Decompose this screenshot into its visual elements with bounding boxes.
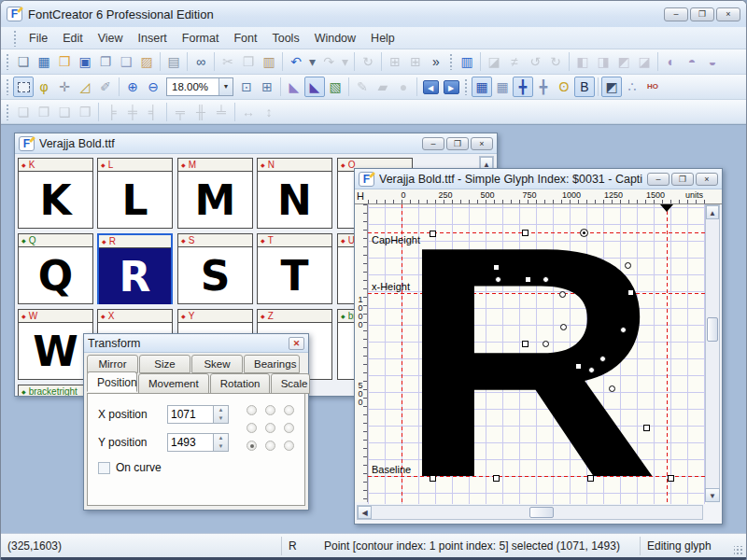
split-contour-button[interactable]: ≠ <box>504 51 525 72</box>
off-curve-point[interactable] <box>625 262 631 269</box>
background-image-button[interactable]: ▧ <box>325 77 345 97</box>
off-curve-point[interactable] <box>588 367 595 373</box>
flip-horizontal-button[interactable]: ◧ <box>572 51 593 72</box>
zoom-level-combo[interactable]: 18.00%▼ <box>166 77 233 96</box>
zoom-fit-button[interactable]: ⊞ <box>257 77 277 97</box>
toolbar-grip[interactable] <box>464 78 469 95</box>
off-curve-point[interactable] <box>609 385 615 392</box>
toolbar-overflow-button[interactable]: » <box>426 51 446 72</box>
off-curve-point[interactable] <box>599 356 606 362</box>
exclude-contours-button[interactable]: ◒ <box>702 51 723 72</box>
glyph-cell-body[interactable]: R <box>99 248 171 304</box>
menu-view[interactable]: View <box>91 29 131 48</box>
rotate-cw-button[interactable]: ↻ <box>545 51 566 72</box>
rotate-right-90-button[interactable]: ◪ <box>634 51 655 72</box>
new-font-button[interactable]: ❏ <box>13 51 34 72</box>
selected-point[interactable] <box>580 229 588 237</box>
glyph-cell-S[interactable]: ◆SS <box>177 233 253 304</box>
glyph-cell-body[interactable]: L <box>98 172 172 228</box>
send-backward-button[interactable]: ❒ <box>75 102 95 122</box>
tab-movement[interactable]: Movement <box>138 373 209 394</box>
tab-scale[interactable]: Scale <box>271 373 310 394</box>
draw-ellipse-button[interactable]: ● <box>393 77 414 97</box>
on-curve-point[interactable] <box>493 264 500 271</box>
menu-font[interactable]: Font <box>226 29 264 48</box>
open-font-button[interactable]: ❒ <box>54 51 75 72</box>
x-position-field[interactable] <box>167 405 214 424</box>
scroll-down-icon[interactable]: ▼ <box>705 488 720 502</box>
menu-edit[interactable]: Edit <box>55 29 91 48</box>
on-curve-point[interactable] <box>522 230 529 236</box>
insert-characters-button[interactable]: ⊞ <box>405 51 426 72</box>
y-position-field[interactable] <box>167 433 214 452</box>
align-top-button[interactable]: ╤ <box>170 102 190 122</box>
rotate-left-90-button[interactable]: ◩ <box>613 51 634 72</box>
glyph-canvas[interactable]: R CapHeight x-Height Baseline <box>368 204 707 504</box>
reference-radio-6[interactable] <box>247 441 257 451</box>
show-guidelines-button[interactable]: ╋ <box>513 77 533 97</box>
glyph-cell-body[interactable]: W <box>19 323 92 379</box>
cut-button[interactable]: ✂ <box>218 51 238 72</box>
reference-radio-4[interactable] <box>265 423 275 433</box>
flip-vertical-button[interactable]: ◨ <box>593 51 613 72</box>
glyph-cell-body[interactable]: S <box>178 247 252 303</box>
rotate-ccw-button[interactable]: ↺ <box>525 51 545 72</box>
redo-button[interactable]: ↷ <box>318 51 339 72</box>
undo-button[interactable]: ↶ <box>286 51 306 72</box>
tab-size[interactable]: Size <box>139 355 190 373</box>
find-button[interactable]: ∞ <box>190 51 211 72</box>
glyph-cell-Q[interactable]: ◆QQ <box>18 233 93 304</box>
tab-skew[interactable]: Skew <box>191 355 243 373</box>
menu-format[interactable]: Format <box>175 29 227 48</box>
zoom-level-dropdown-icon[interactable]: ▼ <box>218 78 233 95</box>
on-curve-point[interactable] <box>493 475 500 482</box>
show-contours-button[interactable]: ◩ <box>601 77 622 97</box>
glyph-cell-W[interactable]: ◆WW <box>18 309 93 380</box>
lasso-tool-button[interactable]: φ <box>34 77 54 97</box>
editor-horizontal-scrollbar[interactable]: ◀ <box>357 505 703 520</box>
overview-close-button[interactable]: × <box>471 137 493 150</box>
insert-glyphs-button[interactable]: ⊞ <box>385 51 405 72</box>
x-position-spinner[interactable]: ▲▼ <box>214 405 229 424</box>
editor-title-bar[interactable]: F Verajja Bold.ttf - Simple Glyph Index:… <box>355 169 722 189</box>
on-curve-point[interactable] <box>522 341 529 347</box>
tab-rotation[interactable]: Rotation <box>210 373 270 394</box>
reference-radio-3[interactable] <box>247 423 257 433</box>
bring-forward-button[interactable]: ❑ <box>54 102 75 122</box>
on-curve-point[interactable] <box>587 475 594 482</box>
show-points-button[interactable]: ∴ <box>622 77 642 97</box>
export-font-button[interactable]: ▨ <box>136 51 157 72</box>
off-curve-point[interactable] <box>495 276 501 283</box>
advance-width-marker[interactable] <box>660 204 673 212</box>
erase-button[interactable]: ◪ <box>484 51 504 72</box>
off-curve-point[interactable] <box>620 327 627 333</box>
contour-fill-mode-button[interactable]: ◣ <box>284 77 304 97</box>
on-curve-point[interactable] <box>668 475 674 482</box>
draw-contour-button[interactable]: ✎ <box>352 77 373 97</box>
redo-options-button[interactable]: ▾ <box>339 51 351 72</box>
reference-radio-0[interactable] <box>247 405 257 415</box>
revert-button[interactable]: ↻ <box>358 51 378 72</box>
overview-title-bar[interactable]: F Verajja Bold.ttf – ❐ × <box>15 133 497 154</box>
navigate-forward-button[interactable]: ▶ <box>441 77 461 97</box>
glyph-cell-body[interactable]: T <box>258 247 331 303</box>
pan-tool-button[interactable]: ✛ <box>54 77 75 97</box>
paste-button[interactable]: ▥ <box>259 51 279 72</box>
transform-close-icon[interactable]: ✕ <box>289 337 304 350</box>
draw-rectangle-button[interactable]: ▰ <box>373 77 393 97</box>
undo-options-button[interactable]: ▾ <box>306 51 318 72</box>
editor-close-button[interactable]: × <box>696 173 718 186</box>
glyph-cell-body[interactable]: Q <box>19 247 92 303</box>
close-button[interactable]: × <box>716 7 740 21</box>
scroll-left-icon[interactable]: ◀ <box>358 506 372 519</box>
lock-guidelines-button[interactable]: ʘ <box>554 77 574 97</box>
editor-hscroll-thumb[interactable] <box>529 507 554 518</box>
measure-tool-button[interactable]: ◿ <box>75 77 95 97</box>
editor-vscroll-thumb[interactable] <box>707 317 718 342</box>
send-to-back-button[interactable]: ❐ <box>34 102 54 122</box>
off-curve-point[interactable] <box>543 276 549 283</box>
glyph-cell-bracketright[interactable]: ◆bracketright] <box>18 385 93 396</box>
on-curve-point[interactable] <box>627 289 634 296</box>
save-font-button[interactable]: ▣ <box>75 51 95 72</box>
menu-tools[interactable]: Tools <box>264 29 306 48</box>
